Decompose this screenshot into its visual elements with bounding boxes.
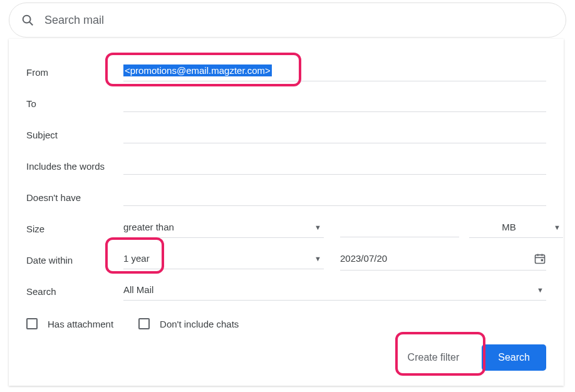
dont-include-chats-checkbox[interactable] <box>138 318 150 329</box>
has-attachment-checkbox[interactable] <box>26 318 38 329</box>
has-attachment-label: Has attachment <box>48 319 113 329</box>
svg-rect-2 <box>536 255 545 263</box>
size-unit-value: MB <box>502 222 516 232</box>
size-value-input[interactable] <box>340 220 459 237</box>
subject-label: Subject <box>26 130 123 140</box>
size-label: Size <box>26 224 123 234</box>
date-input[interactable]: 2023/07/20 <box>340 250 546 271</box>
chevron-down-icon: ▼ <box>554 224 561 231</box>
search-input[interactable] <box>43 13 554 28</box>
calendar-icon[interactable] <box>534 252 546 265</box>
search-bar[interactable] <box>9 3 566 38</box>
date-range-value: 1 year <box>123 253 150 264</box>
from-input[interactable]: <promotions@email.magzter.com> <box>123 63 546 81</box>
dont-include-chats-label: Don't include chats <box>160 319 239 329</box>
chevron-down-icon: ▼ <box>314 255 321 262</box>
size-operator-dropdown[interactable]: greater than ▼ <box>123 219 324 238</box>
search-button[interactable]: Search <box>482 344 546 371</box>
size-unit-dropdown[interactable]: MB ▼ <box>469 219 563 238</box>
search-folder-dropdown[interactable]: All Mail ▼ <box>123 282 546 301</box>
search-folder-label: Search <box>26 286 123 297</box>
filter-panel: From <promotions@email.magzter.com> To S… <box>9 39 564 386</box>
search-icon <box>21 13 34 27</box>
doesnt-input[interactable] <box>123 188 546 206</box>
create-filter-button[interactable]: Create filter <box>396 343 471 372</box>
to-label: To <box>26 98 123 109</box>
chevron-down-icon: ▼ <box>537 286 544 294</box>
doesnt-label: Doesn't have <box>26 192 123 203</box>
includes-label: Includes the words <box>26 161 123 172</box>
date-range-dropdown[interactable]: 1 year ▼ <box>123 250 324 269</box>
includes-input[interactable] <box>123 157 546 175</box>
svg-line-1 <box>29 22 33 25</box>
from-value-selected: <promotions@email.magzter.com> <box>123 64 272 76</box>
search-folder-value: All Mail <box>123 284 153 295</box>
date-value: 2023/07/20 <box>340 253 534 264</box>
svg-point-0 <box>23 16 31 23</box>
to-input[interactable] <box>123 95 546 112</box>
chevron-down-icon: ▼ <box>314 224 321 231</box>
size-operator-value: greater than <box>123 222 174 232</box>
from-label: From <box>26 67 123 78</box>
subject-input[interactable] <box>123 126 546 143</box>
svg-rect-6 <box>541 259 543 260</box>
date-label: Date within <box>26 255 123 266</box>
